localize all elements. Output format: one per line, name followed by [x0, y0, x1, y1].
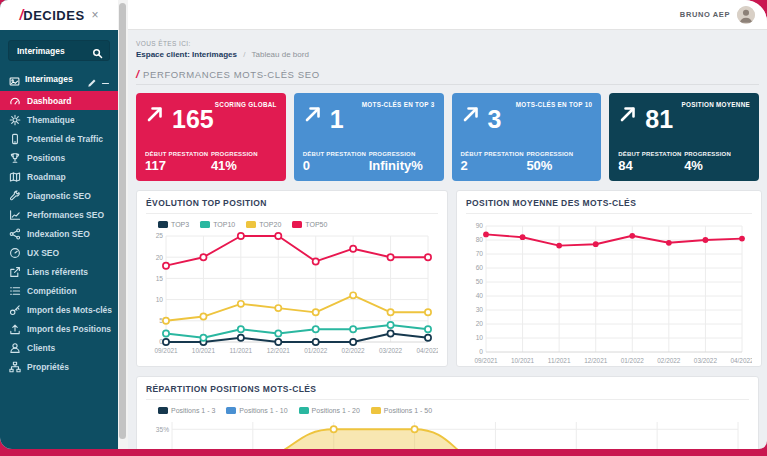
chart-title: RÉPARTITION POSITIONS MOTS-CLÉS — [146, 384, 749, 400]
sidebar-nav: DashboardThematiquePotentiel de TrafficP… — [0, 91, 118, 376]
trend-up-arrow-icon — [303, 104, 323, 124]
legend-label: Positions 1 - 3 — [171, 407, 215, 414]
sidebar-item-performances-seo[interactable]: Performances SEO — [0, 205, 118, 224]
sidebar-item-label: Import des Positions — [27, 324, 111, 334]
sidebar-item-roadmap[interactable]: Roadmap — [0, 167, 118, 186]
legend-item[interactable]: Positions 1 - 10 — [226, 407, 287, 414]
svg-text:30: 30 — [476, 306, 484, 313]
kpi-progress-value: 41% — [211, 158, 277, 173]
logo-bar: / DECIDES × — [0, 0, 118, 30]
legend-item[interactable]: Positions 1 - 50 — [371, 407, 432, 414]
svg-text:11/2021: 11/2021 — [548, 357, 571, 364]
sidebar-item-label: Potentiel de Traffic — [27, 134, 103, 144]
legend-label: TOP50 — [305, 221, 327, 228]
repartition-positions-chart: 35% — [146, 416, 750, 449]
sidebar-item-competition[interactable]: Compétition — [0, 281, 118, 300]
legend-label: TOP3 — [171, 221, 189, 228]
sidebar-item-diagnostic-seo[interactable]: Diagnostic SEO — [0, 186, 118, 205]
sidebar-item-label: Dashboard — [27, 96, 71, 106]
kpi-card-top10: MOTS-CLÉS EN TOP 10 3 DÉBUT PRESTATION2 … — [452, 93, 602, 181]
legend-swatch — [158, 407, 168, 414]
kpi-progress-label: PROGRESSION — [369, 151, 435, 157]
user-name[interactable]: BRUNO AEP — [680, 10, 730, 19]
section-title: PERFORMANCES MOTS-CLÉS SEO — [143, 69, 320, 80]
svg-text:90: 90 — [476, 222, 484, 229]
kpi-value: 3 — [485, 108, 593, 132]
sidebar-item-label: Positions — [27, 153, 65, 163]
search-icon[interactable] — [92, 45, 103, 56]
ux-seo-icon — [9, 247, 21, 259]
app-window: / DECIDES × Interimages — [0, 0, 767, 449]
svg-text:02/2022: 02/2022 — [342, 347, 366, 354]
legend-item[interactable]: TOP50 — [292, 221, 327, 228]
breadcrumb-page: Tableau de bord — [251, 50, 308, 59]
sidebar-item-ux-seo[interactable]: UX SEO — [0, 243, 118, 262]
scrollbar-thumb[interactable] — [119, 3, 126, 439]
kpi-start-value: 0 — [303, 158, 369, 173]
svg-text:40: 40 — [476, 292, 484, 299]
chart-card-position-moyenne: POSITION MOYENNE DES MOTS-CLÉS 010203040… — [456, 190, 762, 367]
svg-text:01/2022: 01/2022 — [621, 357, 645, 364]
kpi-card-top3: MOTS-CLÉS EN TOP 3 1 DÉBUT PRESTATION0 P… — [294, 93, 444, 181]
legend-item[interactable]: Positions 1 - 20 — [299, 407, 360, 414]
sidebar-item-proprietes[interactable]: Propriétés — [0, 357, 118, 376]
edit-pencil-icon[interactable] — [87, 74, 97, 84]
legend-item[interactable]: TOP10 — [200, 221, 235, 228]
legend-item[interactable]: Positions 1 - 3 — [158, 407, 215, 414]
user-avatar[interactable] — [737, 6, 755, 24]
svg-text:03/2022: 03/2022 — [379, 347, 403, 354]
sidebar-item-clients[interactable]: Clients — [0, 338, 118, 357]
chart-title: ÉVOLUTION TOP POSITION — [146, 198, 438, 214]
sidebar-item-liens-referents[interactable]: Liens référents — [0, 262, 118, 281]
svg-text:50: 50 — [476, 278, 484, 285]
legend-item[interactable]: TOP3 — [158, 221, 189, 228]
legend-label: Positions 1 - 10 — [239, 407, 287, 414]
svg-text:60: 60 — [476, 264, 484, 271]
collapse-minus-icon[interactable] — [101, 74, 110, 83]
kpi-value: 81 — [642, 108, 750, 132]
svg-text:12/2021: 12/2021 — [267, 347, 291, 354]
svg-text:35%: 35% — [156, 426, 169, 433]
sidebar-item-dashboard[interactable]: Dashboard — [0, 91, 118, 110]
liens-referents-icon — [9, 266, 21, 278]
sidebar-item-potentiel-de-traffic[interactable]: Potentiel de Traffic — [0, 129, 118, 148]
client-name: Interimages — [25, 74, 83, 84]
close-icon[interactable]: × — [92, 9, 99, 21]
sidebar-item-positions[interactable]: Positions — [0, 148, 118, 167]
svg-text:12/2021: 12/2021 — [584, 357, 608, 364]
breadcrumb-client-link[interactable]: Espace client: Interimages — [136, 50, 237, 59]
evolution-top-position-chart: 051015202509/202110/202111/202112/202101… — [146, 230, 438, 356]
kpi-start-label: DÉBUT PRESTATION — [618, 151, 684, 157]
sidebar-item-thematique[interactable]: Thematique — [0, 110, 118, 129]
svg-text:03/2022: 03/2022 — [694, 357, 718, 364]
svg-text:02/2022: 02/2022 — [657, 357, 681, 364]
search-input[interactable] — [15, 45, 92, 57]
client-search — [8, 40, 110, 61]
diagnostic-seo-icon — [9, 190, 21, 202]
svg-text:10/2021: 10/2021 — [511, 357, 535, 364]
legend-swatch — [200, 221, 210, 228]
kpi-value: 1 — [327, 108, 435, 132]
scrollbar-track[interactable] — [118, 0, 128, 449]
sidebar-item-import-des-positions[interactable]: Import des Positions — [0, 319, 118, 338]
sidebar-item-import-des-mots-cles[interactable]: Import des Mots-clés — [0, 300, 118, 319]
trend-up-arrow-icon — [618, 104, 638, 124]
svg-text:10: 10 — [476, 334, 484, 341]
svg-text:80: 80 — [476, 236, 484, 243]
svg-text:20: 20 — [156, 254, 164, 261]
thematique-icon — [9, 114, 21, 126]
sidebar-item-label: Propriétés — [27, 362, 69, 372]
app-logo: DECIDES — [23, 8, 84, 23]
legend-item[interactable]: TOP20 — [246, 221, 281, 228]
legend-swatch — [371, 407, 381, 414]
roadmap-icon — [9, 171, 21, 183]
positions-icon — [9, 152, 21, 164]
section-slash-icon: / — [136, 68, 139, 80]
kpi-progress-label: PROGRESSION — [211, 151, 277, 157]
kpi-progress-label: PROGRESSION — [684, 151, 750, 157]
kpi-card-position-moyenne: POSITION MOYENNE 81 DÉBUT PRESTATION84 P… — [609, 93, 759, 181]
sidebar-item-label: Liens référents — [27, 267, 88, 277]
sidebar-item-indexation-seo[interactable]: Indexation SEO — [0, 224, 118, 243]
indexation-seo-icon — [9, 228, 21, 240]
svg-text:09/2021: 09/2021 — [154, 347, 178, 354]
